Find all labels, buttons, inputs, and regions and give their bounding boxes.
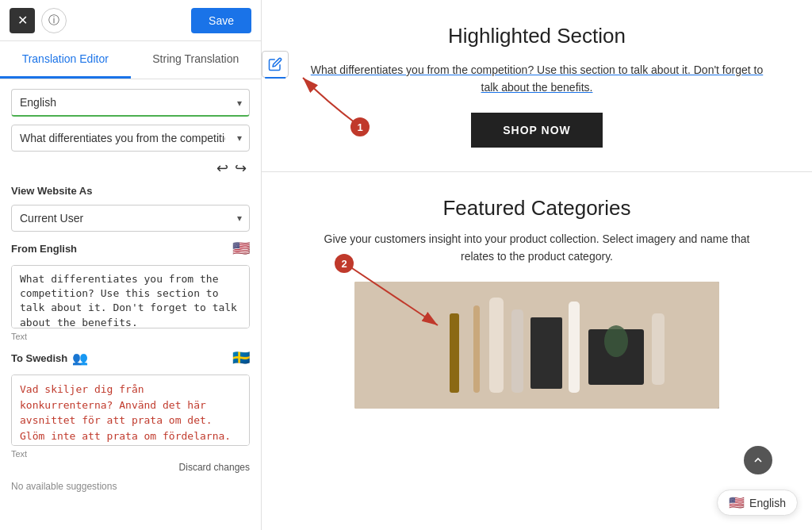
undo-redo-bar: ↩ ↪ <box>11 159 250 177</box>
to-swedish-label: To Swedish <box>11 352 67 364</box>
arrow-1-svg <box>295 70 390 133</box>
swedish-flag: 🇸🇪 <box>232 349 250 367</box>
svg-rect-4 <box>489 298 504 393</box>
featured-title: Featured Categories <box>293 196 780 221</box>
chevron-up-icon <box>752 454 764 467</box>
svg-rect-5 <box>511 309 523 393</box>
language-badge-label: English <box>749 497 786 509</box>
discard-row: Discard changes <box>11 462 250 473</box>
view-as-select[interactable]: Current User Guest Admin <box>11 205 250 232</box>
svg-rect-10 <box>652 313 665 385</box>
info-button[interactable]: ⓘ <box>41 8 67 33</box>
annotation-1: 1 <box>295 70 390 136</box>
to-swedish-left: To Swedish 👥 <box>11 351 88 366</box>
collaborators-icon: 👥 <box>72 351 88 366</box>
svg-point-9 <box>604 325 628 357</box>
header-bar: ✕ ⓘ Save <box>0 0 261 41</box>
from-english-header: From English 🇺🇸 <box>11 240 250 257</box>
left-panel: ✕ ⓘ Save Translation Editor String Trans… <box>0 0 262 530</box>
save-button[interactable]: Save <box>191 8 251 33</box>
close-button[interactable]: ✕ <box>10 8 35 33</box>
badge-2: 2 <box>335 254 354 273</box>
right-panel: Highlighted Section What differentiates … <box>262 0 812 530</box>
view-as-select-wrapper: Current User Guest Admin ▾ <box>11 205 250 232</box>
edit-pencil-button[interactable] <box>262 51 289 78</box>
tab-translation-editor[interactable]: Translation Editor <box>0 41 131 79</box>
no-suggestions: No available suggestions <box>11 481 250 492</box>
discard-button[interactable]: Discard changes <box>179 462 250 473</box>
arrow-2-svg <box>295 246 454 341</box>
badge-1: 1 <box>350 117 370 136</box>
language-badge[interactable]: 🇺🇸 English <box>717 490 798 516</box>
from-english-label: From English <box>11 243 77 255</box>
scroll-up-button[interactable] <box>744 446 772 474</box>
svg-rect-7 <box>569 301 580 393</box>
panel-body: English Swedish French ▾ What differenti… <box>0 79 261 530</box>
us-flag: 🇺🇸 <box>232 240 250 257</box>
annotation-2: 2 <box>295 246 454 344</box>
string-select[interactable]: What differentiates you from the competi… <box>11 125 250 152</box>
language-badge-flag: 🇺🇸 <box>729 495 745 510</box>
string-select-wrapper: What differentiates you from the competi… <box>11 125 250 152</box>
to-swedish-textarea[interactable] <box>11 374 250 446</box>
language-select[interactable]: English Swedish French <box>11 89 250 117</box>
highlighted-title: Highlighted Section <box>293 24 780 48</box>
featured-section: Featured Categories Give your customers … <box>262 172 812 432</box>
svg-rect-6 <box>530 317 562 389</box>
tab-bar: Translation Editor String Translation <box>0 41 261 79</box>
view-as-label: View Website As <box>11 185 250 197</box>
undo-button[interactable]: ↩ <box>216 159 228 177</box>
pencil-icon <box>268 57 282 71</box>
shop-now-button[interactable]: SHOP NOW <box>471 113 603 148</box>
from-english-type: Text <box>11 332 250 341</box>
redo-button[interactable]: ↪ <box>235 159 247 177</box>
from-english-textarea[interactable] <box>11 265 250 328</box>
language-select-wrapper: English Swedish French ▾ <box>11 89 250 117</box>
tab-string-translation[interactable]: String Translation <box>131 41 262 79</box>
highlighted-section: Highlighted Section What differentiates … <box>262 0 812 172</box>
to-swedish-header: To Swedish 👥 🇸🇪 <box>11 349 250 367</box>
to-swedish-type: Text <box>11 449 250 459</box>
svg-rect-3 <box>473 305 480 393</box>
